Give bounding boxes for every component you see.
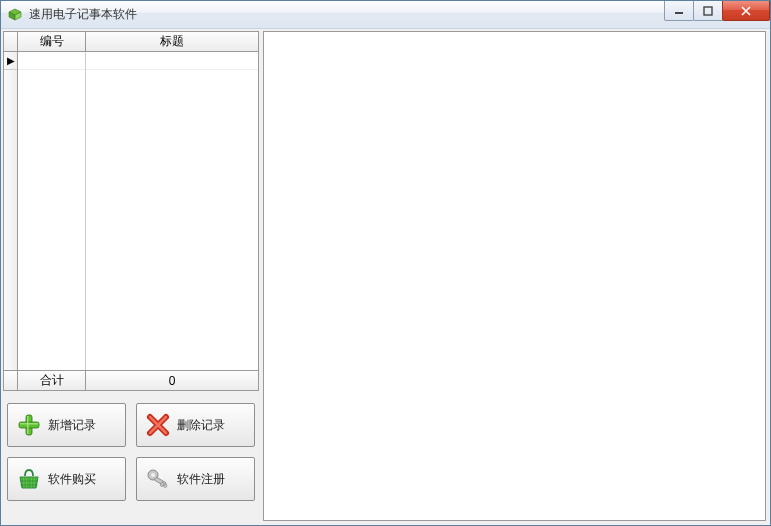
footer-row-selector (4, 371, 18, 390)
content-area[interactable] (263, 31, 766, 521)
maximize-button[interactable] (693, 1, 723, 21)
action-buttons: 新增记录 删除记录 (3, 403, 259, 501)
minimize-button[interactable] (664, 1, 694, 21)
cross-icon (145, 412, 171, 438)
close-button[interactable] (722, 1, 770, 21)
delete-record-button[interactable]: 删除记录 (136, 403, 255, 447)
svg-rect-1 (704, 7, 712, 15)
table-header: 编号 标题 (4, 32, 258, 52)
buy-software-button[interactable]: 软件购买 (7, 457, 126, 501)
current-row-indicator-icon: ▶ (4, 52, 17, 70)
column-header-title[interactable]: 标题 (86, 32, 258, 51)
svg-rect-5 (20, 423, 38, 425)
data-columns (18, 52, 258, 370)
svg-rect-0 (675, 12, 683, 14)
records-table[interactable]: 编号 标题 ▶ (3, 31, 259, 391)
table-cell[interactable] (86, 52, 258, 70)
footer-total-label: 合计 (18, 371, 86, 390)
data-column-id (18, 52, 86, 370)
button-label: 软件购买 (48, 471, 96, 488)
key-icon (145, 466, 171, 492)
footer-total-value: 0 (86, 371, 258, 390)
data-column-title (86, 52, 258, 370)
register-software-button[interactable]: 软件注册 (136, 457, 255, 501)
column-header-id[interactable]: 编号 (18, 32, 86, 51)
row-header-column: ▶ (4, 52, 18, 370)
button-label: 新增记录 (48, 417, 96, 434)
table-footer: 合计 0 (4, 370, 258, 390)
button-label: 软件注册 (177, 471, 225, 488)
left-pane: 编号 标题 ▶ (3, 31, 259, 523)
svg-point-7 (151, 473, 155, 477)
svg-rect-4 (27, 416, 29, 434)
window-title: 速用电子记事本软件 (29, 6, 137, 23)
titlebar[interactable]: 速用电子记事本软件 (1, 1, 770, 29)
plus-icon (16, 412, 42, 438)
add-record-button[interactable]: 新增记录 (7, 403, 126, 447)
app-window: 速用电子记事本软件 编号 标题 (0, 0, 771, 526)
basket-icon (16, 466, 42, 492)
table-body[interactable]: ▶ (4, 52, 258, 370)
button-label: 删除记录 (177, 417, 225, 434)
row-selector-header (4, 32, 18, 51)
svg-rect-3 (19, 422, 39, 428)
app-icon (7, 7, 23, 23)
window-controls (665, 1, 770, 21)
client-area: 编号 标题 ▶ (1, 29, 770, 525)
table-cell[interactable] (18, 52, 85, 70)
